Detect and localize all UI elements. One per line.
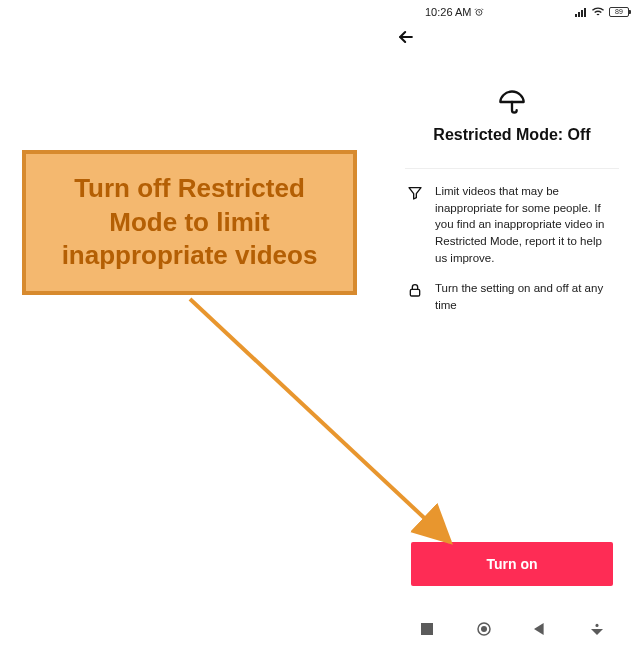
back-button[interactable]: [395, 26, 417, 48]
svg-rect-1: [575, 14, 577, 17]
svg-point-10: [595, 624, 598, 627]
feature-limit: Limit videos that may be inappropriate f…: [405, 183, 619, 266]
divider: [405, 168, 619, 169]
annotation-callout: Turn off Restricted Mode to limit inappr…: [22, 150, 357, 295]
spacer: [405, 328, 619, 542]
battery-text: 89: [615, 8, 623, 15]
app-bar: [385, 20, 639, 54]
phone-screen: 10:26 AM 89 Restricted Mode: Off: [385, 0, 639, 650]
status-time: 10:26 AM: [425, 6, 484, 18]
nav-back-button[interactable]: [533, 622, 547, 636]
page-title: Restricted Mode: Off: [433, 126, 590, 144]
annotation-callout-text: Turn off Restricted Mode to limit inappr…: [48, 172, 331, 273]
feature-toggle: Turn the setting on and off at any time: [405, 280, 619, 313]
feature-limit-text: Limit videos that may be inappropriate f…: [435, 183, 617, 266]
status-time-text: 10:26 AM: [425, 6, 471, 18]
svg-rect-3: [581, 10, 583, 17]
content-area: Restricted Mode: Off Limit videos that m…: [385, 54, 639, 612]
umbrella-icon: [498, 88, 526, 116]
signal-icon: [575, 7, 587, 17]
svg-rect-2: [578, 12, 580, 17]
feature-toggle-text: Turn the setting on and off at any time: [435, 280, 617, 313]
wifi-icon: [591, 7, 605, 17]
nav-home-button[interactable]: [477, 622, 491, 636]
alarm-icon: [474, 7, 484, 17]
nav-dropdown-button[interactable]: [590, 622, 604, 636]
system-nav-bar: [385, 612, 639, 650]
back-arrow-icon: [396, 27, 416, 47]
svg-rect-5: [410, 290, 419, 297]
nav-recent-button[interactable]: [420, 622, 434, 636]
svg-marker-11: [591, 629, 603, 635]
funnel-icon: [407, 185, 423, 201]
svg-point-8: [481, 626, 487, 632]
battery-icon: 89: [609, 7, 629, 17]
svg-marker-9: [534, 623, 544, 635]
lock-icon: [407, 282, 423, 298]
svg-rect-6: [421, 623, 433, 635]
turn-on-button[interactable]: Turn on: [411, 542, 613, 586]
status-bar: 10:26 AM 89: [385, 0, 639, 20]
hero: Restricted Mode: Off: [405, 88, 619, 144]
svg-rect-4: [584, 8, 586, 17]
